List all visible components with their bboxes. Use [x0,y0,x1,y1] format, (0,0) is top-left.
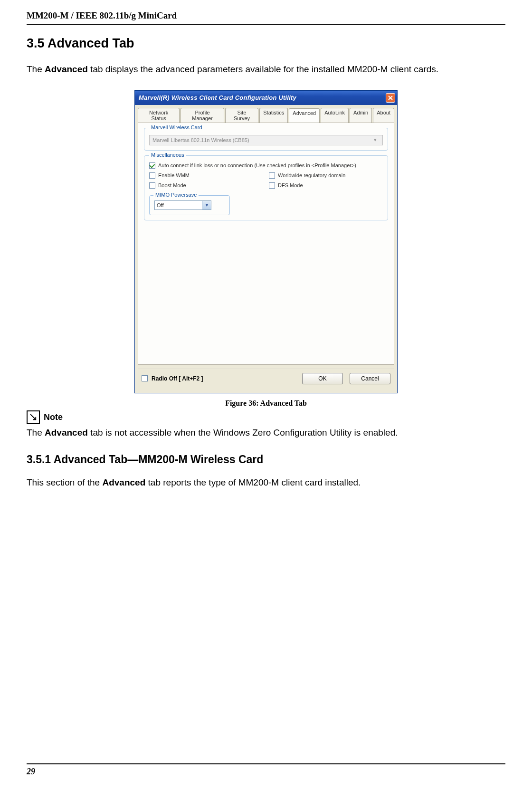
section-heading: 3.5 Advanced Tab [27,36,505,51]
check-enable-wmm[interactable]: Enable WMM [149,172,263,179]
tab-panel: Marvell Wireless Card Marvell Libertas 8… [138,123,394,365]
checkbox-icon [149,162,155,169]
config-dialog: Marvell(R) Wireless Client Card Configur… [134,90,398,393]
close-icon[interactable] [386,93,395,103]
note-post: tab is not accessible when the Windows Z… [88,428,398,438]
checkbox-icon [142,375,148,381]
check-label: Auto connect if link loss or no connecti… [158,162,356,168]
mimo-legend: MIMO Powersave [153,192,199,198]
sub-bold: Advanced [102,477,145,487]
subsection-heading: 3.5.1 Advanced Tab—MM200-M Wireless Card [27,453,505,466]
check-label: DFS Mode [278,182,303,188]
mimo-powersave-group: MIMO Powersave Off ▼ [149,195,230,215]
figure-container: Marvell(R) Wireless Client Card Configur… [27,90,505,393]
mimo-value: Off [157,202,163,208]
misc-legend: Miscellaneous [149,152,186,158]
check-dfs-mode[interactable]: DFS Mode [269,182,383,189]
page-number: 29 [27,767,35,777]
checkbox-icon [149,172,155,179]
ok-button[interactable]: OK [302,373,343,384]
chevron-down-icon: ▼ [202,201,211,209]
tab-statistics[interactable]: Statistics [259,108,288,123]
figure-caption: Figure 36: Advanced Tab [27,399,505,408]
note-label: Note [44,412,63,422]
note-text: The Advanced tab is not accessible when … [27,427,505,439]
wireless-card-value: Marvell Libertas 802.11n Wireless (CB85) [152,137,249,143]
mimo-select[interactable]: Off ▼ [154,200,211,210]
tab-profile-manager[interactable]: Profile Manager [180,108,224,123]
note-icon [27,410,40,424]
titlebar: Marvell(R) Wireless Client Card Configur… [135,91,397,105]
intro-pre: The [27,64,45,74]
dialog-title: Marvell(R) Wireless Client Card Configur… [139,94,296,101]
checkbox-icon [269,172,275,179]
dialog-bottom-bar: Radio Off [ Alt+F2 ] OK Cancel [138,369,394,388]
tab-strip: Network Status Profile Manager Site Surv… [135,105,397,123]
note-block: Note [27,410,505,424]
miscellaneous-group: Miscellaneous Auto connect if link loss … [144,155,388,220]
radio-off-label: Radio Off [ Alt+F2 ] [152,375,203,382]
checkbox-icon [269,182,275,189]
note-bold: Advanced [45,428,88,438]
sub-pre: This section of the [27,477,102,487]
doc-header: MM200-M / IEEE 802.11b/g MiniCard [27,10,505,21]
tab-site-survey[interactable]: Site Survey [225,108,259,123]
chevron-down-icon: ▾ [371,137,380,143]
check-label: Enable WMM [158,172,190,178]
wireless-card-select[interactable]: Marvell Libertas 802.11n Wireless (CB85)… [149,135,383,145]
intro-bold: Advanced [45,64,88,74]
subsection-text: This section of the Advanced tab reports… [27,476,505,489]
tab-admin[interactable]: Admin [350,108,372,123]
intro-post: tab displays the advanced parameters ava… [88,64,438,74]
check-boost-mode[interactable]: Boost Mode [149,182,263,189]
section-intro: The Advanced tab displays the advanced p… [27,63,505,76]
check-auto-connect[interactable]: Auto connect if link loss or no connecti… [149,162,383,169]
tab-autolink[interactable]: AutoLink [321,108,349,123]
cancel-button[interactable]: Cancel [350,373,390,384]
note-pre: The [27,428,45,438]
tab-advanced[interactable]: Advanced [289,108,320,123]
checkbox-icon [149,182,155,189]
wireless-card-group: Marvell Wireless Card Marvell Libertas 8… [144,128,388,151]
wireless-card-legend: Marvell Wireless Card [149,124,204,130]
tab-about[interactable]: About [373,108,394,123]
header-rule [27,24,505,25]
radio-off-check[interactable]: Radio Off [ Alt+F2 ] [142,375,203,382]
footer-rule [27,763,505,764]
check-label: Boost Mode [158,182,186,188]
tab-network-status[interactable]: Network Status [138,108,180,123]
check-label: Worldwide regulatory domain [278,172,345,178]
sub-post: tab reports the type of MM200-M client c… [145,477,361,487]
check-worldwide-regulatory[interactable]: Worldwide regulatory domain [269,172,383,179]
